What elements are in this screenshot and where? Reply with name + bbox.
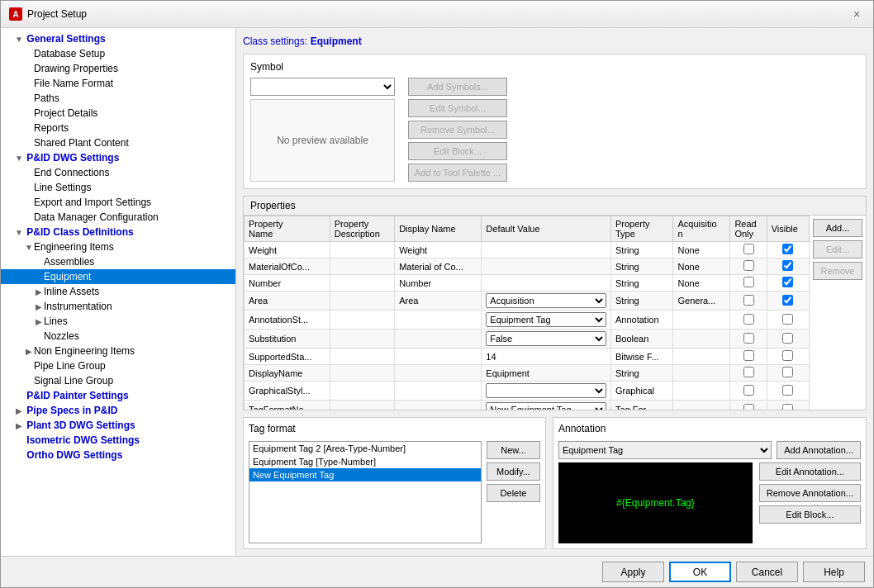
sidebar-item-drawing-properties[interactable]: Drawing Properties: [1, 61, 235, 76]
sidebar-item-plant3d[interactable]: ▶ Plant 3D DWG Settings: [1, 418, 235, 433]
sidebar-item-lines[interactable]: ▶Lines: [1, 314, 235, 329]
read-only-checkbox[interactable]: [743, 385, 754, 396]
cell-default-value[interactable]: Acquisition: [482, 292, 611, 311]
new-tag-button[interactable]: New...: [487, 441, 540, 459]
sidebar-item-non-engineering-items[interactable]: ▶Non Engineering Items: [1, 344, 235, 358]
edit-block-annotation-button[interactable]: Edit Block...: [759, 505, 861, 524]
cell-visible[interactable]: [767, 258, 809, 275]
sidebar-item-instrumentation[interactable]: ▶Instrumentation: [1, 299, 235, 314]
remove-property-button[interactable]: Remove: [813, 262, 862, 280]
cell-read-only[interactable]: [730, 242, 767, 258]
cell-visible[interactable]: [767, 330, 809, 349]
symbol-dropdown[interactable]: [250, 78, 395, 96]
cell-read-only[interactable]: [730, 311, 767, 330]
list-item[interactable]: New Equipment Tag: [249, 468, 481, 481]
edit-annotation-button[interactable]: Edit Annotation...: [759, 462, 861, 481]
add-symbols-button[interactable]: Add Symbols...: [408, 78, 507, 96]
modify-tag-button[interactable]: Modify...: [487, 462, 540, 481]
annotation-dropdown[interactable]: Equipment Tag: [558, 441, 772, 459]
cell-visible[interactable]: [767, 275, 809, 292]
sidebar-item-inline-assets[interactable]: ▶Inline Assets: [1, 284, 235, 299]
cell-read-only[interactable]: [730, 258, 767, 275]
remove-symbol-button[interactable]: Remove Symbol...: [408, 121, 507, 139]
visible-checkbox[interactable]: [782, 314, 793, 325]
read-only-checkbox[interactable]: [743, 314, 754, 325]
sidebar-item-reports[interactable]: Reports: [1, 121, 235, 135]
add-to-tool-palette-button[interactable]: Add to Tool Palette ...: [408, 164, 507, 182]
sidebar-item-project-details[interactable]: Project Details: [1, 106, 235, 121]
list-item[interactable]: Equipment Tag [Type-Number]: [249, 455, 481, 468]
read-only-checkbox[interactable]: [743, 244, 754, 254]
sidebar-item-export-import[interactable]: Export and Import Settings: [1, 195, 235, 210]
cancel-button[interactable]: Cancel: [736, 562, 798, 582]
visible-checkbox[interactable]: [782, 367, 793, 377]
read-only-checkbox[interactable]: [743, 404, 754, 410]
default-value-dropdown[interactable]: [486, 383, 606, 398]
delete-tag-button[interactable]: Delete: [487, 484, 540, 502]
close-button[interactable]: ×: [848, 6, 865, 22]
sidebar-item-shared-plant-content[interactable]: Shared Plant Content: [1, 135, 235, 150]
sidebar-item-painter-settings[interactable]: P&ID Painter Settings: [1, 388, 235, 403]
sidebar-item-isometric[interactable]: Isometric DWG Settings: [1, 433, 235, 448]
sidebar-item-engineering-items[interactable]: ▼Engineering Items: [1, 239, 235, 254]
sidebar-item-end-connections[interactable]: End Connections: [1, 165, 235, 180]
cell-read-only[interactable]: [730, 275, 767, 292]
sidebar-item-pipe-specs[interactable]: ▶ Pipe Specs in P&ID: [1, 403, 235, 418]
sidebar-item-line-settings[interactable]: Line Settings: [1, 180, 235, 195]
cell-read-only[interactable]: [730, 349, 767, 365]
sidebar-item-data-manager[interactable]: Data Manager Configuration: [1, 210, 235, 225]
sidebar-item-file-name-format[interactable]: File Name Format: [1, 76, 235, 91]
visible-checkbox[interactable]: [782, 404, 793, 410]
sidebar-item-assemblies[interactable]: Assemblies: [1, 254, 235, 269]
default-value-dropdown[interactable]: New Equipment Tag: [486, 402, 606, 410]
edit-property-button[interactable]: Edit...: [813, 240, 862, 258]
ok-button[interactable]: OK: [669, 562, 731, 582]
cell-read-only[interactable]: [730, 401, 767, 410]
add-property-button[interactable]: Add...: [813, 219, 862, 237]
cell-default-value[interactable]: New Equipment Tag: [482, 401, 611, 410]
cell-read-only[interactable]: [730, 365, 767, 382]
visible-checkbox[interactable]: [782, 295, 793, 306]
sidebar-item-general-settings[interactable]: ▼ General Settings: [1, 31, 235, 46]
read-only-checkbox[interactable]: [743, 350, 754, 361]
visible-checkbox[interactable]: [782, 277, 793, 287]
list-item[interactable]: Equipment Tag 2 [Area-Type-Number]: [249, 442, 481, 455]
cell-read-only[interactable]: [730, 382, 767, 401]
default-value-dropdown[interactable]: False: [486, 331, 606, 346]
cell-visible[interactable]: [767, 311, 809, 330]
remove-annotation-button[interactable]: Remove Annotation...: [759, 484, 861, 502]
cell-default-value[interactable]: Equipment Tag: [482, 311, 611, 330]
default-value-dropdown[interactable]: Acquisition: [486, 293, 606, 308]
cell-visible[interactable]: [767, 349, 809, 365]
visible-checkbox[interactable]: [782, 244, 793, 254]
visible-checkbox[interactable]: [782, 385, 793, 396]
default-value-dropdown[interactable]: Equipment Tag: [486, 312, 606, 327]
cell-read-only[interactable]: [730, 330, 767, 349]
sidebar-item-nozzles[interactable]: Nozzles: [1, 329, 235, 344]
cell-visible[interactable]: [767, 292, 809, 311]
sidebar-item-ortho[interactable]: Ortho DWG Settings: [1, 448, 235, 462]
read-only-checkbox[interactable]: [743, 333, 754, 344]
cell-visible[interactable]: [767, 242, 809, 258]
edit-block-button[interactable]: Edit Block...: [408, 142, 507, 160]
edit-symbol-button[interactable]: Edit Symbol...: [408, 99, 507, 117]
sidebar-item-paths[interactable]: Paths: [1, 91, 235, 106]
sidebar-item-database-setup[interactable]: Database Setup: [1, 46, 235, 61]
visible-checkbox[interactable]: [782, 350, 793, 361]
read-only-checkbox[interactable]: [743, 367, 754, 377]
sidebar-item-equipment[interactable]: Equipment: [1, 269, 235, 284]
cell-visible[interactable]: [767, 401, 809, 410]
read-only-checkbox[interactable]: [743, 295, 754, 306]
cell-visible[interactable]: [767, 365, 809, 382]
cell-default-value[interactable]: [482, 382, 611, 401]
visible-checkbox[interactable]: [782, 333, 793, 344]
read-only-checkbox[interactable]: [743, 277, 754, 287]
sidebar-item-signal-line-group[interactable]: Signal Line Group: [1, 373, 235, 388]
add-annotation-button[interactable]: Add Annotation...: [777, 441, 861, 459]
sidebar-item-pipe-line-group[interactable]: Pipe Line Group: [1, 358, 235, 373]
visible-checkbox[interactable]: [782, 260, 793, 271]
cell-visible[interactable]: [767, 382, 809, 401]
cell-default-value[interactable]: False: [482, 330, 611, 349]
help-button[interactable]: Help: [803, 562, 865, 582]
apply-button[interactable]: Apply: [602, 562, 664, 582]
